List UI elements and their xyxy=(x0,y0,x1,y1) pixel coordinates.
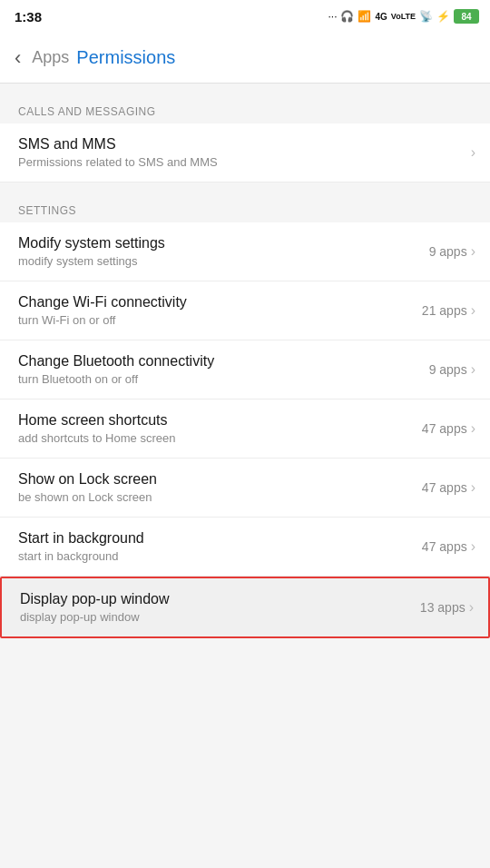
list-item-modify-system-settings[interactable]: Modify system settingsmodify system sett… xyxy=(0,222,490,281)
list-item-count-home-screen-shortcuts: 47 apps xyxy=(422,421,467,436)
content: CALLS AND MESSAGINGSMS and MMSPermission… xyxy=(0,84,490,638)
back-button[interactable]: ‹ xyxy=(15,48,21,68)
list-item-count-modify-system-settings: 9 apps xyxy=(429,244,467,259)
spacer-settings xyxy=(0,182,490,192)
list-item-subtitle-show-lock-screen: be shown on Lock screen xyxy=(18,490,422,504)
list-item-left-sms-mms: SMS and MMSPermissions related to SMS an… xyxy=(18,136,471,169)
chevron-icon-display-popup: › xyxy=(469,599,474,616)
list-item-left-show-lock-screen: Show on Lock screenbe shown on Lock scre… xyxy=(18,471,422,504)
list-item-subtitle-change-bluetooth: turn Bluetooth on or off xyxy=(18,372,429,386)
signal-icon: 📶 xyxy=(358,10,371,23)
list-item-subtitle-change-wifi: turn Wi-Fi on or off xyxy=(18,313,422,327)
list-item-title-change-wifi: Change Wi-Fi connectivity xyxy=(18,294,422,311)
list-item-right-start-background: 47 apps› xyxy=(422,538,475,555)
list-item-subtitle-modify-system-settings: modify system settings xyxy=(18,254,429,268)
list-item-title-change-bluetooth: Change Bluetooth connectivity xyxy=(18,353,429,370)
chevron-icon-change-wifi: › xyxy=(471,302,475,319)
chevron-icon-start-background: › xyxy=(471,538,475,555)
list-item-title-home-screen-shortcuts: Home screen shortcuts xyxy=(18,412,422,429)
list-item-title-show-lock-screen: Show on Lock screen xyxy=(18,471,422,488)
list-item-left-home-screen-shortcuts: Home screen shortcutsadd shortcuts to Ho… xyxy=(18,412,422,445)
list-item-subtitle-start-background: start in background xyxy=(18,549,422,563)
list-item-right-modify-system-settings: 9 apps› xyxy=(429,243,475,260)
volte-icon: VoLTE xyxy=(391,12,416,21)
4g-icon: 4G xyxy=(375,12,387,22)
list-item-subtitle-sms-mms: Permissions related to SMS and MMS xyxy=(18,155,471,169)
section-header-calls-messaging: CALLS AND MESSAGING xyxy=(0,93,490,123)
nav-permissions-label: Permissions xyxy=(76,47,175,68)
list-item-change-wifi[interactable]: Change Wi-Fi connectivityturn Wi-Fi on o… xyxy=(0,281,490,340)
nav-bar: ‹ Apps Permissions xyxy=(0,33,490,84)
list-item-subtitle-home-screen-shortcuts: add shortcuts to Home screen xyxy=(18,431,422,445)
status-time: 1:38 xyxy=(15,9,42,25)
battery-level: 84 xyxy=(454,9,479,24)
list-item-count-start-background: 47 apps xyxy=(422,539,467,554)
chevron-icon-modify-system-settings: › xyxy=(471,243,475,260)
list-item-change-bluetooth[interactable]: Change Bluetooth connectivityturn Blueto… xyxy=(0,340,490,399)
charging-icon: ⚡ xyxy=(436,10,450,23)
list-item-right-sms-mms: › xyxy=(471,144,475,161)
list-item-right-show-lock-screen: 47 apps› xyxy=(422,479,475,496)
list-calls-messaging: SMS and MMSPermissions related to SMS an… xyxy=(0,123,490,182)
list-item-title-sms-mms: SMS and MMS xyxy=(18,136,471,153)
list-item-title-start-background: Start in background xyxy=(18,530,422,547)
chevron-icon-sms-mms: › xyxy=(471,144,475,161)
list-item-left-change-bluetooth: Change Bluetooth connectivityturn Blueto… xyxy=(18,353,429,386)
list-item-left-display-popup: Display pop-up windowdisplay pop-up wind… xyxy=(20,591,420,624)
status-bar: 1:38 ··· 🎧 📶 4G VoLTE 📡 ⚡ 84 xyxy=(0,0,490,33)
section-header-settings: SETTINGS xyxy=(0,192,490,222)
list-item-count-change-bluetooth: 9 apps xyxy=(429,362,467,377)
spacer-calls-messaging xyxy=(0,84,490,93)
list-item-display-popup[interactable]: Display pop-up windowdisplay pop-up wind… xyxy=(0,577,490,638)
list-item-right-display-popup: 13 apps› xyxy=(420,599,474,616)
list-item-right-home-screen-shortcuts: 47 apps› xyxy=(422,420,475,437)
chevron-icon-home-screen-shortcuts: › xyxy=(471,420,475,437)
list-item-left-modify-system-settings: Modify system settingsmodify system sett… xyxy=(18,235,429,268)
list-item-title-modify-system-settings: Modify system settings xyxy=(18,235,429,252)
list-item-subtitle-display-popup: display pop-up window xyxy=(20,610,420,624)
wifi-icon: 📡 xyxy=(419,10,433,23)
list-item-home-screen-shortcuts[interactable]: Home screen shortcutsadd shortcuts to Ho… xyxy=(0,399,490,459)
list-settings: Modify system settingsmodify system sett… xyxy=(0,222,490,638)
chevron-icon-show-lock-screen: › xyxy=(471,479,475,496)
dots-icon: ··· xyxy=(328,10,337,23)
list-item-start-background[interactable]: Start in backgroundstart in background47… xyxy=(0,518,490,577)
list-item-count-show-lock-screen: 47 apps xyxy=(422,480,467,495)
list-item-show-lock-screen[interactable]: Show on Lock screenbe shown on Lock scre… xyxy=(0,459,490,518)
list-item-right-change-bluetooth: 9 apps› xyxy=(429,361,475,378)
status-icons: ··· 🎧 📶 4G VoLTE 📡 ⚡ 84 xyxy=(328,9,479,24)
list-item-count-change-wifi: 21 apps xyxy=(422,303,467,318)
list-item-title-display-popup: Display pop-up window xyxy=(20,591,420,607)
list-item-left-change-wifi: Change Wi-Fi connectivityturn Wi-Fi on o… xyxy=(18,294,422,327)
list-item-left-start-background: Start in backgroundstart in background xyxy=(18,530,422,563)
list-item-right-change-wifi: 21 apps› xyxy=(422,302,475,319)
list-item-count-display-popup: 13 apps xyxy=(420,600,466,615)
nav-apps-label: Apps xyxy=(32,48,69,67)
headphone-icon: 🎧 xyxy=(340,10,354,23)
chevron-icon-change-bluetooth: › xyxy=(471,361,475,378)
list-item-sms-mms[interactable]: SMS and MMSPermissions related to SMS an… xyxy=(0,123,490,182)
